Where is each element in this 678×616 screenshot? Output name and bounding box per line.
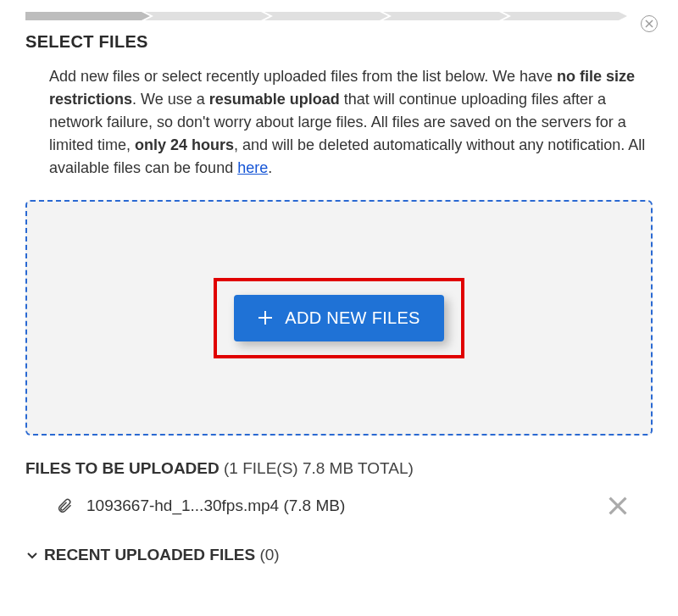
- desc-bold2: resumable upload: [209, 91, 340, 108]
- here-link[interactable]: here: [237, 159, 268, 176]
- step-2[interactable]: [145, 12, 261, 20]
- desc-part1: Add new files or select recently uploade…: [49, 68, 557, 85]
- add-new-files-button[interactable]: ADD NEW FILES: [234, 295, 443, 341]
- step-4[interactable]: [383, 12, 499, 20]
- files-to-upload-title: FILES TO BE UPLOADED: [25, 459, 220, 477]
- remove-icon: [609, 497, 627, 515]
- progress-steps: [25, 12, 653, 20]
- recent-title: RECENT UPLOADED FILES: [44, 546, 255, 563]
- paperclip-icon: [56, 497, 73, 514]
- desc-part2: . We use a: [132, 91, 209, 108]
- desc-bold3: only 24 hours: [135, 136, 234, 153]
- highlight-box: ADD NEW FILES: [214, 278, 464, 358]
- file-dropzone[interactable]: ADD NEW FILES: [25, 200, 653, 436]
- description-text: Add new files or select recently uploade…: [49, 65, 653, 180]
- file-name: 1093667-hd_1...30fps.mp4 (7.8 MB): [86, 497, 609, 515]
- step-1[interactable]: [25, 12, 142, 20]
- file-row: 1093667-hd_1...30fps.mp4 (7.8 MB): [25, 491, 653, 520]
- files-to-upload-heading: FILES TO BE UPLOADED (1 FILE(S) 7.8 MB T…: [25, 459, 653, 478]
- remove-file-button[interactable]: [609, 497, 627, 515]
- plus-icon: [258, 310, 273, 325]
- close-icon: [645, 19, 653, 28]
- chevron-down-icon: [25, 548, 39, 562]
- recent-uploaded-toggle[interactable]: RECENT UPLOADED FILES (0): [25, 546, 653, 564]
- recent-count: (0): [255, 546, 280, 563]
- step-3[interactable]: [264, 12, 381, 20]
- add-files-label: ADD NEW FILES: [285, 308, 420, 328]
- desc-part5: .: [268, 159, 272, 176]
- files-to-upload-summary: (1 FILE(S) 7.8 MB TOTAL): [220, 459, 414, 477]
- page-title: SELECT FILES: [25, 32, 653, 52]
- step-5[interactable]: [503, 12, 619, 20]
- close-button[interactable]: [641, 15, 658, 32]
